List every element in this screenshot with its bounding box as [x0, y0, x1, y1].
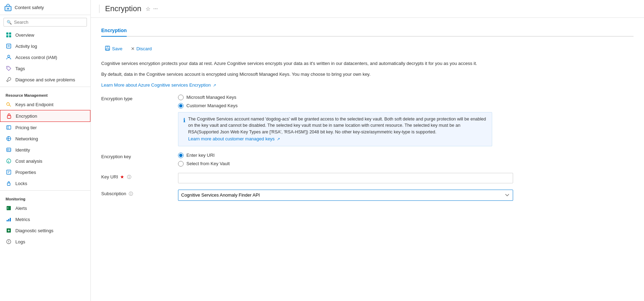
subscription-controls: Cognitive Services Anomaly Finder API [178, 190, 634, 201]
properties-label: Properties [15, 170, 36, 175]
key-uri-controls [178, 173, 634, 183]
search-container[interactable]: 🔍 [3, 18, 87, 27]
learn-more-encryption-link[interactable]: Learn More about Azure Cognitive service… [101, 82, 216, 88]
activity-log-label: Activity log [15, 44, 37, 49]
overview-label: Overview [15, 32, 34, 38]
subscription-row: Subscription ⓘ Cognitive Services Anomal… [101, 190, 634, 201]
key-uri-input[interactable] [178, 173, 513, 183]
svg-rect-40 [106, 46, 109, 48]
radio-cmk-label: Customer Managed Keys [186, 103, 238, 108]
description-2: By default, data in the Cognitive servic… [101, 71, 485, 78]
star-icon[interactable]: ☆ [146, 6, 150, 12]
sidebar-item-diagnostic[interactable]: Diagnostic settings [0, 225, 90, 236]
info-text: The Cognitive Services account named 'do… [188, 117, 486, 135]
networking-label: Networking [15, 136, 38, 141]
divider-1 [0, 87, 90, 87]
encryption-key-row: Encryption key Enter key URI Select from… [101, 153, 634, 167]
diagnostic-icon [6, 227, 12, 234]
radio-cmk-input[interactable] [178, 103, 184, 109]
key-uri-row: Key URI ★ ⓘ [101, 173, 634, 183]
svg-rect-31 [8, 219, 9, 221]
encryption-type-controls: Microsoft Managed Keys Customer Managed … [178, 95, 634, 146]
locks-icon [6, 180, 12, 186]
radio-select-key-vault-label: Select from Key Vault [186, 161, 230, 166]
grid-icon [6, 32, 12, 38]
external-link-icon: ↗ [213, 83, 216, 87]
sidebar-item-metrics[interactable]: Metrics [0, 214, 90, 225]
cmk-external-link-icon: ↗ [277, 137, 280, 141]
logs-icon [6, 238, 12, 245]
tags-label: Tags [15, 66, 25, 71]
sidebar-item-activity-log[interactable]: Activity log [0, 41, 90, 52]
key-uri-info-icon[interactable]: ⓘ [127, 175, 131, 179]
toolbar: Save ✕ Discard [101, 44, 634, 54]
sidebar-item-alerts[interactable]: ! Alerts [0, 203, 90, 214]
subscription-info-icon[interactable]: ⓘ [129, 191, 133, 196]
radio-mmk[interactable]: Microsoft Managed Keys [178, 95, 634, 100]
svg-point-11 [8, 67, 8, 68]
sidebar-item-access-control[interactable]: Access control (IAM) [0, 52, 90, 63]
radio-mmk-label: Microsoft Managed Keys [186, 95, 236, 100]
info-box: ℹ The Cognitive Services account named '… [178, 112, 492, 146]
radio-enter-key-uri[interactable]: Enter key URI [178, 153, 634, 158]
alerts-label: Alerts [15, 206, 27, 211]
key-uri-required-star: ★ [120, 174, 124, 179]
key-uri-label: Key URI ★ ⓘ [101, 173, 178, 180]
network-icon [6, 135, 12, 142]
save-icon [105, 45, 110, 52]
identity-icon [6, 147, 12, 153]
sidebar-item-encryption[interactable]: Encryption [0, 110, 90, 122]
svg-point-2 [7, 8, 9, 9]
sidebar-item-keys-endpoint[interactable]: Keys and Endpoint [0, 99, 90, 110]
encryption-icon [6, 113, 12, 119]
identity-label: Identity [15, 147, 30, 153]
search-icon: 🔍 [7, 20, 12, 25]
sidebar-item-networking[interactable]: Networking [0, 133, 90, 144]
log-icon [6, 43, 12, 49]
subscription-select[interactable]: Cognitive Services Anomaly Finder API [178, 190, 513, 201]
pricing-tier-label: Pricing tier [15, 125, 37, 130]
diagnose-label: Diagnose and solve problems [15, 77, 75, 82]
sidebar-item-overview[interactable]: Overview [0, 29, 90, 41]
keys-endpoint-label: Keys and Endpoint [15, 102, 53, 107]
svg-rect-3 [6, 32, 8, 35]
metrics-label: Metrics [15, 217, 30, 222]
sidebar-item-properties[interactable]: Properties [0, 167, 90, 178]
learn-more-cmk-link[interactable]: Learn more about customer managed keys ↗ [188, 136, 280, 141]
save-button[interactable]: Save [101, 44, 126, 54]
encryption-type-label: Encryption type [101, 95, 178, 101]
svg-point-38 [8, 242, 9, 243]
radio-select-key-vault-input[interactable] [178, 161, 184, 167]
tag-icon [6, 65, 12, 72]
radio-enter-key-uri-input[interactable] [178, 153, 184, 158]
sidebar-item-identity[interactable]: Identity [0, 144, 90, 155]
svg-rect-32 [10, 218, 11, 221]
more-options-icon[interactable]: ··· [153, 6, 158, 12]
sidebar-item-diagnose[interactable]: Diagnose and solve problems [0, 74, 90, 85]
sidebar-item-pricing-tier[interactable]: Pricing tier [0, 122, 90, 133]
sidebar-item-locks[interactable]: Locks [0, 178, 90, 189]
radio-cmk[interactable]: Customer Managed Keys [178, 103, 634, 109]
app-logo-icon [4, 3, 12, 11]
discard-label: Discard [136, 46, 152, 51]
cost-analysis-label: Cost analysis [15, 159, 42, 164]
radio-select-key-vault[interactable]: Select from Key Vault [178, 161, 634, 167]
sidebar-item-cost-analysis[interactable]: $ Cost analysis [0, 155, 90, 167]
logs-label: Logs [15, 239, 25, 244]
svg-text:$: $ [8, 160, 9, 163]
wrench-icon [6, 76, 12, 83]
discard-button[interactable]: ✕ Discard [127, 44, 155, 53]
discard-icon: ✕ [131, 46, 135, 51]
cost-icon: $ [6, 158, 12, 164]
tab-encryption[interactable]: Encryption [101, 25, 127, 37]
save-label: Save [112, 46, 123, 51]
search-input[interactable] [14, 20, 84, 25]
svg-point-10 [8, 55, 10, 57]
svg-point-12 [7, 103, 9, 105]
sidebar-item-tags[interactable]: Tags [0, 63, 90, 74]
sidebar-item-logs[interactable]: Logs [0, 236, 90, 247]
info-box-content: The Cognitive Services account named 'do… [188, 116, 487, 142]
person-icon [6, 54, 12, 60]
page-title: Encryption [105, 4, 141, 13]
radio-mmk-input[interactable] [178, 95, 184, 100]
